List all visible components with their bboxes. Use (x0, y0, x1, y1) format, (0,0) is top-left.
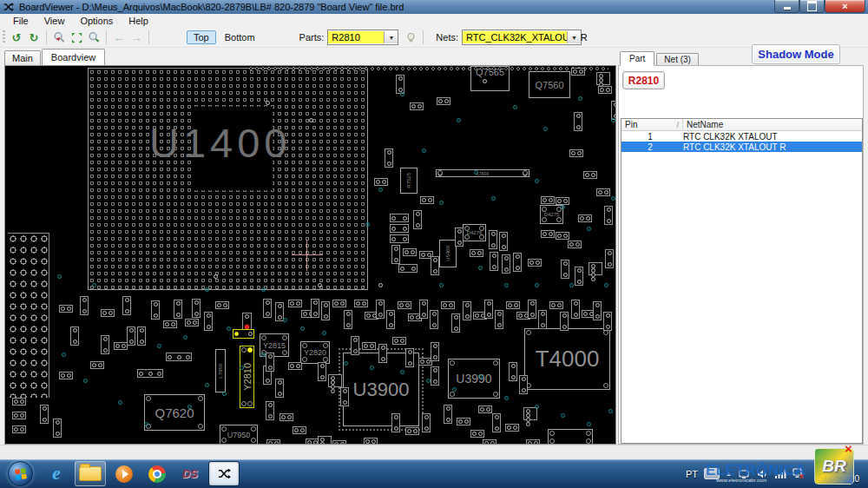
smd-part[interactable] (571, 68, 585, 76)
smd-part[interactable] (275, 379, 284, 398)
smd-part[interactable] (364, 438, 378, 445)
smd-part[interactable] (59, 305, 73, 313)
smd-part[interactable] (410, 102, 424, 110)
component-Y2810[interactable]: Y2810 (240, 346, 254, 408)
menu-help[interactable]: Help (121, 15, 156, 27)
smd-part[interactable] (385, 148, 393, 168)
smd-part[interactable] (431, 256, 439, 275)
smd-part[interactable] (114, 342, 128, 350)
smd-part[interactable] (419, 300, 428, 319)
network-error-icon[interactable]: x (792, 468, 805, 480)
bottom-side-button[interactable]: Bottom (218, 30, 262, 44)
smd-part[interactable] (185, 319, 199, 326)
smd-part[interactable] (318, 362, 326, 381)
component-Q7565[interactable]: Q7565 (470, 66, 510, 91)
zoom-select-icon[interactable] (50, 30, 68, 45)
smd-part[interactable] (463, 301, 471, 320)
smd-part[interactable] (101, 335, 109, 354)
smd-part[interactable] (541, 230, 555, 238)
smd-part[interactable] (598, 86, 612, 94)
component-R7525[interactable]: R7525 (400, 168, 418, 194)
smd-part[interactable] (332, 300, 346, 307)
component-U7950[interactable]: U7950 (220, 425, 258, 445)
smd-part[interactable] (266, 353, 274, 372)
component-L7950[interactable]: L7950 (215, 349, 226, 392)
smd-part[interactable] (396, 75, 404, 94)
smd-part[interactable] (541, 196, 555, 204)
smd-part[interactable] (391, 413, 400, 432)
highlighted-net-part[interactable] (233, 329, 254, 339)
smd-part[interactable] (174, 300, 182, 319)
history-back-icon[interactable]: ← (110, 30, 128, 45)
menu-options[interactable]: Options (72, 15, 121, 27)
smd-part[interactable] (519, 375, 528, 394)
highlight-bulb-icon[interactable] (402, 30, 419, 45)
smd-part[interactable] (561, 260, 569, 279)
menu-view[interactable]: View (36, 15, 73, 27)
smd-part[interactable] (451, 313, 460, 333)
component-L7800[interactable]: L7800 (436, 169, 529, 177)
smd-part[interactable] (569, 149, 583, 157)
component-D4275[interactable]: D4275 (540, 205, 563, 224)
smd-part[interactable] (538, 310, 547, 329)
smd-part[interactable] (578, 214, 592, 222)
taskbar-chrome[interactable] (142, 462, 172, 485)
smd-part[interactable] (263, 299, 272, 318)
smd-part[interactable] (328, 374, 342, 387)
smd-part[interactable] (266, 401, 274, 420)
tab-boardview[interactable]: Boardview (42, 49, 105, 65)
smd-part[interactable] (386, 310, 395, 329)
smd-part[interactable] (413, 210, 422, 229)
smd-part[interactable] (430, 310, 438, 329)
smd-part[interactable] (390, 234, 409, 243)
smd-part[interactable] (499, 232, 508, 251)
smd-part[interactable] (354, 300, 368, 307)
smd-part[interactable] (444, 405, 452, 424)
smd-part[interactable] (318, 436, 332, 445)
taskbar-internet-explorer[interactable]: e (42, 462, 71, 485)
zoom-component-icon[interactable] (85, 30, 102, 45)
smd-part[interactable] (556, 197, 569, 205)
language-indicator[interactable]: PT (686, 469, 698, 479)
smd-part[interactable] (589, 262, 602, 275)
smd-part[interactable] (492, 413, 501, 432)
smd-part[interactable] (390, 214, 409, 222)
smd-part[interactable] (362, 342, 376, 350)
smd-part[interactable] (505, 424, 519, 432)
smd-part[interactable] (509, 362, 517, 381)
smd-part[interactable] (603, 312, 612, 331)
smd-part[interactable] (604, 206, 613, 225)
smd-part[interactable] (478, 406, 492, 413)
smd-part[interactable] (40, 405, 49, 424)
smd-part[interactable] (192, 299, 201, 318)
component-box[interactable] (548, 429, 593, 445)
smd-part[interactable] (405, 427, 419, 435)
smd-part[interactable] (391, 245, 400, 264)
clock[interactable]: 18:35 01/05/2020 (811, 465, 865, 484)
smd-part[interactable] (80, 296, 89, 315)
smd-part[interactable] (523, 407, 537, 420)
smd-part[interactable] (293, 426, 306, 434)
smd-part[interactable] (127, 326, 135, 346)
net-row[interactable]: 2RTC CLK32K XTALOUT R (621, 142, 862, 152)
maximize-button[interactable] (799, 0, 825, 13)
tab-main[interactable]: Main (4, 50, 41, 65)
column-header-pin[interactable]: Pin / (621, 119, 683, 130)
board-canvas[interactable]: U1400Q7565Q7560T4000U3900U3990Y2815Y2820… (4, 65, 616, 445)
smd-part[interactable] (279, 413, 293, 421)
smd-part[interactable] (288, 300, 302, 307)
smd-part[interactable] (403, 248, 417, 256)
minimize-button[interactable] (774, 0, 799, 13)
close-button[interactable]: × (825, 0, 865, 13)
history-forward-icon[interactable]: → (128, 30, 145, 45)
smd-part[interactable] (495, 310, 503, 329)
smd-part[interactable] (288, 362, 302, 370)
smd-part[interactable] (455, 228, 464, 247)
top-side-button[interactable]: Top (187, 30, 216, 44)
smd-part[interactable] (431, 366, 439, 386)
component-U3990[interactable]: U3990 (448, 359, 500, 399)
component-Y2820[interactable]: Y2820 (300, 341, 330, 364)
smd-part[interactable] (484, 300, 493, 319)
smd-part[interactable] (151, 300, 160, 320)
smd-part[interactable] (611, 101, 616, 120)
